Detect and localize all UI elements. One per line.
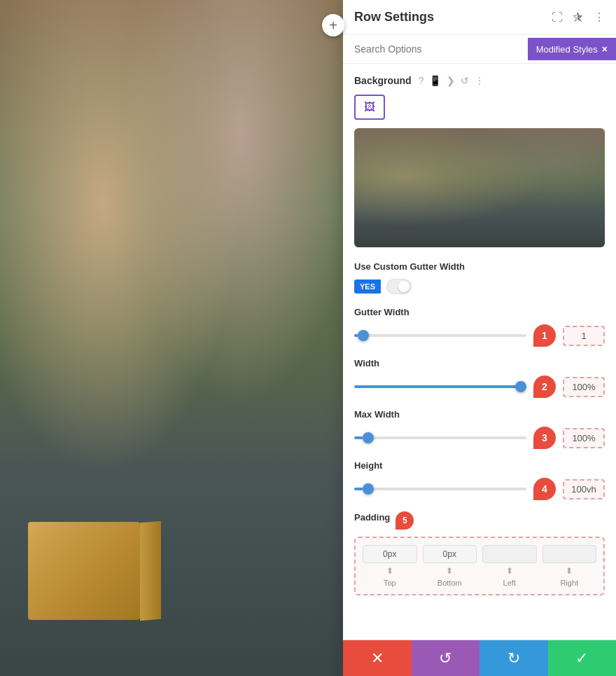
search-input[interactable] — [343, 35, 528, 63]
padding-bottom-link[interactable]: ⬍ — [446, 566, 453, 576]
padding-top-label: Top — [384, 579, 396, 587]
background-section-header: Background ? 📱 ❯ ↺ ⋮ — [354, 75, 605, 86]
panel-content: Background ? 📱 ❯ ↺ ⋮ 🖼 Use Custom Gutter — [343, 64, 616, 640]
padding-grid: ⬍ Top ⬍ Bottom ⬍ Left ⬍ Right — [354, 537, 605, 595]
padding-bottom-cell: ⬍ Bottom — [423, 545, 477, 587]
modified-styles-close[interactable]: × — [602, 43, 608, 55]
padding-label: Padding — [354, 512, 390, 523]
height-row: Height 4 — [354, 460, 605, 500]
gutter-width-row: Gutter Width 1 — [354, 307, 605, 347]
max-width-badge: 3 — [533, 427, 556, 449]
expand-icon[interactable]: ⛶ — [552, 11, 563, 24]
padding-bottom-input[interactable] — [423, 545, 477, 563]
search-bar: Modified Styles × — [343, 35, 616, 64]
height-slider-container: 4 — [354, 478, 605, 500]
padding-right-input[interactable] — [542, 545, 597, 563]
background-label: Background — [354, 75, 412, 86]
padding-right-label: Right — [560, 579, 578, 587]
width-track[interactable] — [354, 385, 526, 388]
padding-left-label: Left — [503, 579, 516, 587]
columns-icon[interactable]: ⯫ — [573, 11, 584, 24]
padding-left-cell: ⬍ Left — [482, 545, 537, 587]
cancel-button[interactable]: ✕ — [343, 640, 412, 676]
save-button[interactable]: ✓ — [548, 640, 617, 676]
padding-left-link[interactable]: ⬍ — [506, 566, 513, 576]
image-tab-button[interactable]: 🖼 — [354, 95, 385, 120]
device-icon[interactable]: 📱 — [429, 75, 441, 86]
header-icons: ⛶ ⯫ ⋮ — [552, 11, 605, 24]
more-icon[interactable]: ⋮ — [475, 75, 484, 86]
settings-panel: Row Settings ⛶ ⯫ ⋮ Modified Styles × Bac… — [343, 0, 616, 676]
width-input[interactable] — [563, 377, 605, 397]
max-width-thumb[interactable] — [363, 432, 374, 443]
height-label: Height — [354, 460, 605, 471]
gutter-width-thumb[interactable] — [358, 330, 369, 341]
cursor-icon[interactable]: ❯ — [447, 75, 455, 86]
max-width-label: Max Width — [354, 409, 605, 420]
padding-right-link[interactable]: ⬍ — [566, 566, 573, 576]
height-badge: 4 — [533, 478, 556, 500]
background-preview-inner — [354, 128, 605, 247]
panel-header: Row Settings ⛶ ⯫ ⋮ — [343, 0, 616, 35]
max-width-row: Max Width 3 — [354, 409, 605, 449]
modified-styles-label: Modified Styles — [536, 44, 598, 55]
redo-button[interactable]: ↻ — [479, 640, 548, 676]
width-thumb[interactable] — [515, 381, 526, 392]
modified-styles-badge[interactable]: Modified Styles × — [528, 38, 616, 60]
padding-left-input[interactable] — [482, 545, 537, 563]
padding-top-link[interactable]: ⬍ — [386, 566, 393, 576]
padding-top-cell: ⬍ Top — [363, 545, 417, 587]
toggle-switch[interactable] — [386, 279, 412, 294]
custom-gutter-section: Use Custom Gutter Width YES — [354, 261, 605, 294]
custom-gutter-label: Use Custom Gutter Width — [354, 261, 605, 272]
height-fill — [354, 488, 363, 490]
width-badge: 2 — [533, 375, 556, 398]
background-area — [0, 0, 343, 676]
width-slider-container: 2 — [354, 375, 605, 398]
height-track[interactable] — [354, 488, 526, 490]
height-input[interactable] — [563, 479, 605, 499]
plywood-box — [28, 522, 140, 620]
add-button[interactable]: + — [322, 14, 344, 36]
width-row: Width 2 — [354, 358, 605, 398]
padding-section: Padding 5 ⬍ Top ⬍ Bottom ⬍ — [354, 511, 605, 595]
max-width-fill — [354, 436, 363, 439]
panel-title: Row Settings — [354, 10, 434, 25]
toggle-yes-label: YES — [354, 280, 381, 294]
width-fill — [354, 385, 526, 388]
reset-icon[interactable]: ↺ — [461, 75, 469, 86]
gutter-width-badge: 1 — [533, 324, 556, 347]
padding-right-cell: ⬍ Right — [542, 545, 597, 587]
gutter-width-label: Gutter Width — [354, 307, 605, 317]
width-label: Width — [354, 358, 605, 368]
background-preview[interactable] — [354, 128, 605, 247]
help-icon[interactable]: ? — [419, 75, 424, 86]
more-options-icon[interactable]: ⋮ — [594, 11, 605, 24]
height-thumb[interactable] — [363, 483, 374, 495]
background-section: Background ? 📱 ❯ ↺ ⋮ 🖼 — [354, 75, 605, 247]
gutter-width-input[interactable] — [563, 326, 605, 346]
padding-top-input[interactable] — [363, 545, 417, 563]
padding-bottom-label: Bottom — [438, 579, 462, 587]
max-width-input[interactable] — [563, 428, 605, 448]
gutter-width-track[interactable] — [354, 334, 526, 337]
bottom-action-bar: ✕ ↺ ↻ ✓ — [343, 640, 616, 676]
toggle-row: YES — [354, 279, 605, 294]
gutter-width-slider-container: 1 — [354, 324, 605, 347]
reset-button[interactable]: ↺ — [412, 640, 480, 676]
padding-badge: 5 — [396, 511, 414, 530]
max-width-track[interactable] — [354, 436, 526, 439]
background-icons: ? 📱 ❯ ↺ ⋮ — [419, 75, 485, 86]
max-width-slider-container: 3 — [354, 427, 605, 449]
image-icon: 🖼 — [364, 101, 375, 113]
